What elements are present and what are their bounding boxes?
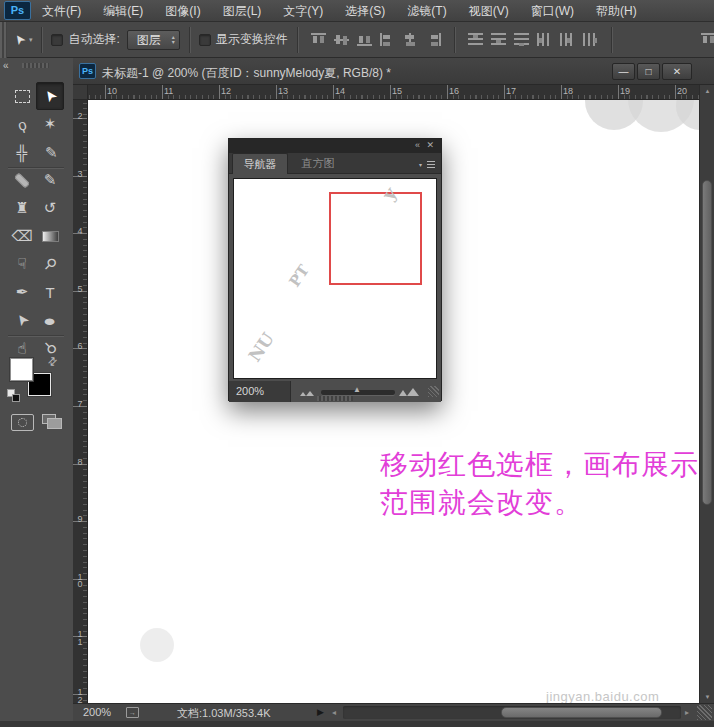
show-transform-checkbox[interactable] [199, 34, 211, 46]
tool-crop[interactable]: ╬ [8, 138, 36, 166]
scroll-right-icon[interactable]: ▸ [685, 708, 689, 717]
spot-healing-brush-icon [14, 172, 30, 188]
tool-spot-healing-brush[interactable] [8, 166, 36, 194]
collapse-panel-icon[interactable]: « [415, 140, 419, 150]
collapse-tools-icon[interactable]: « [3, 60, 8, 71]
distribute-top-edges-icon[interactable] [468, 33, 483, 46]
align-left-edges-icon[interactable] [380, 33, 395, 46]
navigator-zoom-field[interactable]: 200% [229, 381, 291, 402]
tool-path-selection[interactable]: ➤ [8, 306, 36, 334]
export-icon[interactable]: → [126, 707, 139, 718]
distribute-left-edges-icon[interactable] [537, 33, 552, 46]
align-top-edges-icon[interactable] [311, 33, 326, 46]
document-size-info: 文档:1.03M/353.4K [177, 706, 271, 721]
scroll-left-icon[interactable]: ◂ [332, 708, 336, 717]
ruler-top: 1011121314151617181920 [88, 85, 714, 100]
brush-icon: ✎ [44, 171, 57, 189]
ruler-top-label: 18 [563, 86, 573, 96]
menu-item-2[interactable]: 图像(I) [154, 0, 211, 22]
scroll-down-icon[interactable]: ▼ [700, 694, 714, 700]
ruler-left-label: 1 0 [73, 574, 87, 589]
panel-menu-icon[interactable]: ▾ [419, 160, 435, 168]
default-colors-icon[interactable] [7, 389, 21, 403]
menu-item-4[interactable]: 文字(Y) [272, 0, 334, 22]
window-resize-grip[interactable] [697, 705, 712, 720]
ruler-left-label: 2 [73, 113, 87, 121]
zoom-in-icon[interactable] [399, 385, 421, 396]
quick-mask-button[interactable] [11, 414, 34, 431]
tool-move[interactable]: ➤ [36, 82, 64, 110]
zoom-slider-thumb[interactable]: ▲ [353, 385, 361, 394]
screen-mode-button[interactable] [42, 414, 64, 430]
foreground-color-swatch[interactable] [10, 358, 33, 381]
navigator-panel: « ✕ 导航器 直方图 ▾ yPTNU 200% ▲ [228, 138, 442, 401]
align-right-edges-icon[interactable] [426, 33, 441, 46]
distribute-right-edges-icon[interactable] [583, 33, 598, 46]
navigator-header[interactable]: « ✕ [229, 139, 441, 153]
tool-history-brush[interactable]: ↺ [36, 194, 64, 222]
quick-mask-icon [18, 418, 27, 427]
menu-item-9[interactable]: 帮助(H) [585, 0, 648, 22]
menu-item-1[interactable]: 编辑(E) [92, 0, 154, 22]
align-icon-partial[interactable] [701, 33, 714, 46]
tool-dodge[interactable]: ⚲ [36, 250, 64, 278]
distribute-horizontal-centers-icon[interactable] [560, 33, 575, 46]
align-vertical-centers-icon[interactable] [334, 33, 349, 46]
distribute-bottom-edges-icon[interactable] [514, 33, 529, 46]
tool-type[interactable]: T [36, 278, 64, 306]
tool-smudge[interactable]: ☟ [8, 250, 36, 278]
menu-item-5[interactable]: 选择(S) [334, 0, 396, 22]
auto-select-dropdown[interactable]: 图层 [127, 30, 180, 50]
tool-eyedropper[interactable]: ✐ [36, 138, 64, 166]
scroll-up-icon[interactable]: ▲ [700, 88, 714, 94]
tab-navigator[interactable]: 导航器 [232, 153, 288, 174]
align-horizontal-centers-icon[interactable] [403, 33, 418, 46]
tool-gradient[interactable] [36, 222, 64, 250]
align-bottom-edges-icon[interactable] [357, 33, 372, 46]
menu-item-6[interactable]: 滤镜(T) [396, 0, 457, 22]
type-icon: T [45, 284, 54, 301]
close-panel-icon[interactable]: ✕ [426, 140, 434, 150]
navigator-preview[interactable]: yPTNU [233, 178, 437, 379]
tool-magic-wand[interactable]: ✶ [36, 110, 64, 138]
tool-ellipse-shape[interactable]: ● [36, 306, 64, 334]
panel-drag-handle[interactable] [317, 396, 353, 401]
vertical-scrollbar[interactable]: ▲ ▼ [699, 85, 714, 703]
watermark-text: jingyan.baidu.com [546, 689, 659, 703]
tool-pen[interactable]: ✒ [8, 278, 36, 306]
tool-preset-caret-icon[interactable]: ▾ [29, 36, 33, 44]
tool-rectangular-marquee[interactable] [8, 82, 36, 110]
tool-brush[interactable]: ✎ [36, 166, 64, 194]
minimize-button[interactable]: — [612, 63, 635, 80]
tool-eraser[interactable]: ⌫ [8, 222, 36, 250]
zoom-slider[interactable]: ▲ [321, 390, 395, 395]
eraser-icon: ⌫ [11, 227, 32, 245]
menu-item-7[interactable]: 视图(V) [458, 0, 520, 22]
distribute-vertical-centers-icon[interactable] [491, 33, 506, 46]
zoom-out-icon[interactable] [299, 387, 315, 396]
ruler-top-label: 10 [107, 86, 117, 96]
maximize-button[interactable]: □ [637, 63, 660, 80]
menu-item-8[interactable]: 窗口(W) [520, 0, 585, 22]
ellipse-shape-icon: ● [43, 312, 57, 329]
close-button[interactable]: ✕ [662, 63, 692, 80]
menu-item-3[interactable]: 图层(L) [212, 0, 273, 22]
move-tool-icon[interactable]: ➤ [10, 31, 29, 49]
vertical-scroll-thumb[interactable] [702, 180, 712, 505]
status-zoom-field[interactable]: 200% [83, 706, 111, 718]
auto-select-checkbox[interactable] [51, 34, 63, 46]
dodge-icon: ⚲ [40, 254, 61, 275]
tab-histogram[interactable]: 直方图 [290, 153, 346, 174]
panel-resize-grip[interactable] [428, 386, 439, 397]
options-bar: ➤ ▾ 自动选择: 图层 显示变换控件 [0, 22, 714, 58]
document-title-bar[interactable]: Ps 未标题-1 @ 200% (百度ID：sunnyMelody夏, RGB/… [73, 58, 714, 85]
menu-item-0[interactable]: 文件(F) [31, 0, 92, 22]
tool-clone-stamp[interactable]: ♜ [8, 194, 36, 222]
horizontal-scroll-thumb[interactable] [501, 707, 662, 718]
status-popup-arrow-icon[interactable]: ▶ [317, 707, 324, 717]
watermark-fragment: NU [244, 329, 278, 365]
tools-drag-handle[interactable] [22, 63, 49, 68]
horizontal-scrollbar[interactable] [343, 706, 681, 719]
navigator-view-box[interactable] [329, 192, 422, 285]
tool-lasso[interactable]: ϙ [8, 110, 36, 138]
